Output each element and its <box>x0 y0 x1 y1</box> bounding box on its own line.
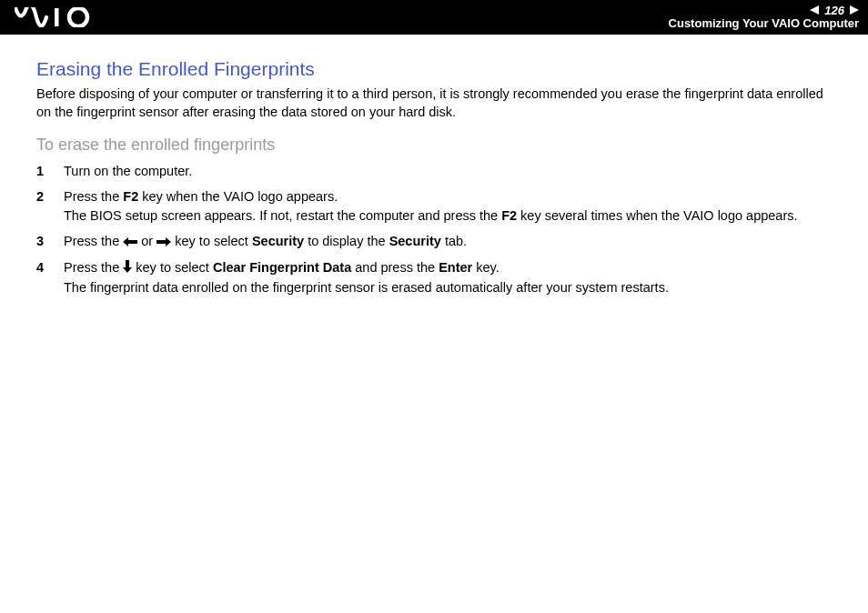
page-content: Erasing the Enrolled Fingerprints Before… <box>0 35 868 296</box>
step-3: 3 Press the or key to select Security to… <box>36 232 832 251</box>
step-number: 3 <box>36 232 64 250</box>
svg-marker-3 <box>850 5 859 15</box>
intro-paragraph: Before disposing of your computer or tra… <box>36 85 832 121</box>
step-body: Press the F2 key when the VAIO logo appe… <box>64 187 832 225</box>
svg-marker-6 <box>123 260 132 273</box>
step-body: Press the or key to select Security to d… <box>64 232 832 251</box>
svg-marker-5 <box>156 237 171 246</box>
section-label: Customizing Your VAIO Computer <box>669 17 859 30</box>
steps-list: 1 Turn on the computer. 2 Press the F2 k… <box>36 162 832 296</box>
svg-marker-2 <box>810 5 819 15</box>
svg-point-1 <box>69 8 87 26</box>
page-number: 126 <box>824 5 844 17</box>
nav-prev-icon[interactable] <box>810 5 819 17</box>
page-title: Erasing the Enrolled Fingerprints <box>36 58 832 80</box>
arrow-left-icon <box>123 233 137 251</box>
step-4: 4 Press the key to select Clear Fingerpr… <box>36 258 832 296</box>
step-1: 1 Turn on the computer. <box>36 162 832 180</box>
nav-next-icon[interactable] <box>850 5 859 17</box>
svg-marker-4 <box>123 237 137 246</box>
step-body: Turn on the computer. <box>64 162 832 180</box>
step-number: 2 <box>36 187 64 206</box>
header-nav: 126 Customizing Your VAIO Computer <box>669 3 859 33</box>
svg-rect-0 <box>55 8 59 26</box>
procedure-heading: To erase the enrolled fingerprints <box>36 136 832 155</box>
step-2: 2 Press the F2 key when the VAIO logo ap… <box>36 187 832 225</box>
step-body: Press the key to select Clear Fingerprin… <box>64 258 832 296</box>
header-bar: 126 Customizing Your VAIO Computer <box>0 0 868 35</box>
step-number: 4 <box>36 258 64 276</box>
arrow-right-icon <box>156 233 171 251</box>
step-number: 1 <box>36 162 64 180</box>
vaio-logo <box>15 7 106 27</box>
arrow-down-icon <box>123 259 132 277</box>
